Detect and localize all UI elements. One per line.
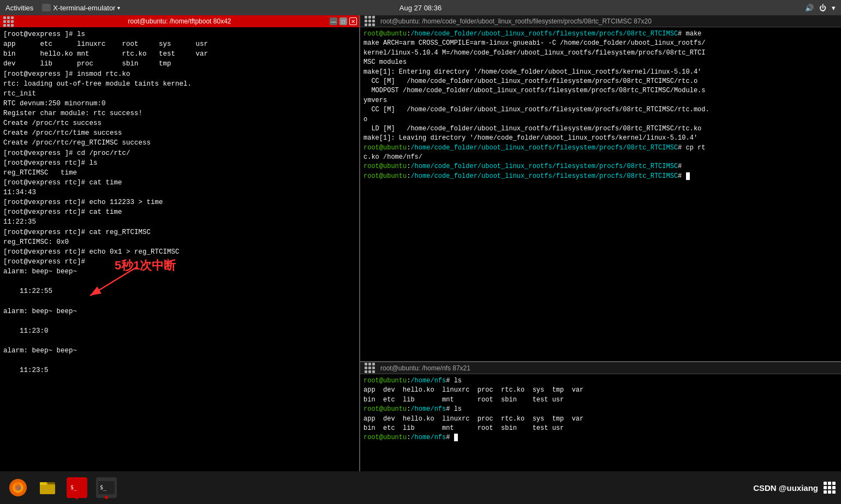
datetime-display: Aug 27 08:36 bbox=[399, 4, 442, 12]
taskbar-firefox-icon[interactable] bbox=[5, 475, 31, 500]
power-icon[interactable]: ⏻ bbox=[819, 4, 826, 12]
minimize-button[interactable]: — bbox=[330, 17, 337, 25]
terminal-area: root@ubuntu: /home/tftpboot 80x42 — □ ✕ … bbox=[0, 15, 841, 471]
dropdown-arrow-icon[interactable]: ▾ bbox=[117, 5, 120, 11]
maximize-button[interactable]: □ bbox=[339, 17, 347, 25]
csdn-label: CSDN @uuxiang bbox=[753, 483, 818, 493]
svg-text:$_: $_ bbox=[70, 484, 77, 491]
left-title-text: root@ubuntu: /home/tftpboot 80x42 bbox=[128, 17, 231, 25]
top-right-title-bar: root@ubuntu: /home/code_folder/uboot_lin… bbox=[360, 15, 841, 27]
app-indicator[interactable]: X-terminal-emulator ▾ bbox=[42, 4, 120, 12]
bottom-right-grid-icon bbox=[365, 363, 377, 373]
bottom-right-terminal-content[interactable]: root@ubuntu:/home/nfs# ls app dev hello.… bbox=[360, 374, 841, 471]
close-button[interactable]: ✕ bbox=[349, 17, 357, 25]
window-controls: — □ ✕ bbox=[330, 17, 357, 25]
top-right-terminal-pane: root@ubuntu: /home/code_folder/uboot_lin… bbox=[360, 15, 841, 362]
dropdown-icon[interactable]: ▾ bbox=[832, 4, 836, 12]
svg-rect-6 bbox=[40, 484, 55, 494]
left-terminal-pane: root@ubuntu: /home/tftpboot 80x42 — □ ✕ … bbox=[0, 15, 360, 471]
left-terminal-content[interactable]: [root@vexpress ]# ls app etc linuxrc roo… bbox=[0, 27, 359, 471]
taskbar-right: CSDN @uuxiang bbox=[753, 482, 836, 494]
bottom-right-terminal-pane: root@ubuntu: /home/nfs 87x21 root@ubuntu… bbox=[360, 362, 841, 471]
bottom-right-title-bar: root@ubuntu: /home/nfs 87x21 bbox=[360, 362, 841, 374]
top-bar: Activities X-terminal-emulator ▾ Aug 27 … bbox=[0, 0, 841, 15]
left-pane-grid-icon bbox=[3, 16, 16, 27]
activities-label[interactable]: Activities bbox=[5, 4, 33, 12]
top-bar-left: Activities X-terminal-emulator ▾ bbox=[5, 4, 120, 12]
top-right-title-text: root@ubuntu: /home/code_folder/uboot_lin… bbox=[380, 17, 652, 25]
apps-grid-icon[interactable] bbox=[824, 482, 836, 494]
svg-text:$_: $_ bbox=[100, 484, 107, 491]
top-right-grid-icon bbox=[365, 16, 377, 26]
bottom-right-title-text: root@ubuntu: /home/nfs 87x21 bbox=[380, 364, 470, 372]
taskbar-files-icon[interactable] bbox=[35, 475, 60, 500]
top-right-terminal-content[interactable]: root@ubuntu:/home/code_folder/uboot_linu… bbox=[360, 27, 841, 361]
svg-rect-8 bbox=[40, 482, 46, 485]
taskbar: $_ $_ CSDN @uuxiang bbox=[0, 471, 841, 504]
volume-icon[interactable]: 🔊 bbox=[805, 4, 814, 12]
taskbar-terminal-red-icon[interactable]: $_ bbox=[64, 475, 90, 500]
taskbar-terminal-dark-icon[interactable]: $_ bbox=[94, 475, 119, 500]
right-panes: root@ubuntu: /home/code_folder/uboot_lin… bbox=[360, 15, 841, 471]
left-title-bar: root@ubuntu: /home/tftpboot 80x42 — □ ✕ bbox=[0, 15, 359, 27]
top-bar-right: 🔊 ⏻ ▾ bbox=[805, 4, 836, 12]
